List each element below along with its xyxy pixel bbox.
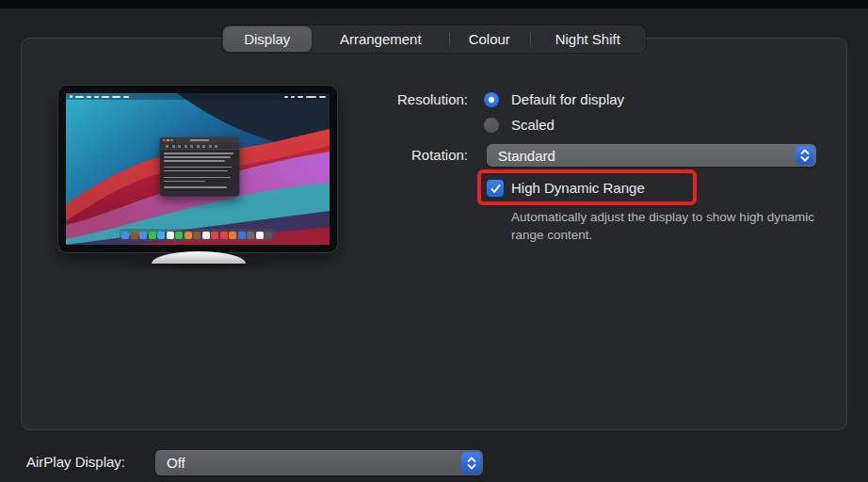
traffic-light-zoom-icon [170,139,173,142]
text-line [164,153,233,154]
traffic-light-minimize-icon [167,139,169,142]
dock-app-icon [247,232,254,239]
dock-app-icon [131,232,138,239]
toolbar-icon [215,145,217,148]
airplay-display-label: AirPlay Display: [26,454,125,471]
screen-top-edge [0,0,868,8]
dock-app-icon [149,232,156,239]
hdr-highlight-box [477,169,697,205]
radio-default-for-display[interactable] [484,92,499,107]
dock-app-icon [185,232,192,239]
preview-window [160,137,239,196]
chevron-up-down-icon [796,146,814,165]
dock-app-icon [193,232,201,239]
preview-window-text [160,150,239,188]
toolbar-icon [178,145,181,148]
dock-app-icon [139,232,147,239]
radio-scaled[interactable] [484,118,499,133]
chevron-up-down-icon [461,452,481,474]
text-line [164,170,228,172]
menu-item-mark [75,96,84,98]
radio-scaled-label[interactable]: Scaled [511,117,555,134]
tab-label: Night Shift [555,31,620,47]
menu-item-mark [87,96,91,98]
toolbar-icon [209,145,212,148]
toolbar-icon [185,145,187,148]
toolbar-icon [172,145,175,148]
menu-item-mark [94,96,99,98]
menu-item-mark [297,96,303,98]
dock-app-icon [229,232,236,239]
dock-app-icon [167,232,174,239]
dock-app-icon [175,232,183,239]
system-preferences-displays-window: { "tabs": { "items": [ { "label": "Displ… [0,0,868,482]
menu-item-mark [123,96,129,98]
display-stand-base [152,251,246,264]
display-stand [152,251,246,264]
text-line [164,167,232,169]
preview-status-icons [284,96,326,98]
rotation-label: Rotation: [336,147,468,164]
resolution-label: Resolution: [336,91,468,108]
display-screen [66,93,330,245]
menu-item-mark [284,96,288,98]
tab-arrangement[interactable]: Arrangement [313,25,449,53]
text-line [164,160,225,162]
display-preview [58,86,337,252]
dock-app-icon [121,232,129,239]
dock-app-icon [202,232,210,239]
tab-display[interactable]: Display [223,26,312,52]
tab-divider [530,32,531,46]
dock-app-icon [256,232,264,239]
text-line [164,177,231,179]
airplay-value: Off [155,455,185,471]
preview-window-title [190,139,209,141]
toolbar-icon [202,145,205,148]
menu-item-mark [102,96,109,98]
menu-item-mark [112,96,121,98]
preview-window-titlebar [160,137,239,143]
tab-label: Colour [469,31,510,47]
radio-default-for-display-label[interactable]: Default for display [511,91,624,108]
text-line [164,186,227,188]
toolbar-icon [190,145,193,148]
toolbar-icon [166,145,169,148]
dock-app-icon [211,232,218,239]
traffic-light-close-icon [163,139,166,142]
tab-night-shift[interactable]: Night Shift [530,25,646,53]
airplay-display-dropdown[interactable]: Off [155,450,483,475]
menu-item-mark [291,96,295,98]
rotation-value: Standard [487,148,555,164]
text-line [164,181,205,183]
dock-app-icon [157,232,165,239]
tab-label: Display [244,31,290,47]
text-line [164,156,231,158]
tab-label: Arrangement [340,31,422,47]
hdr-description: Automatically adjust the display to show… [511,208,829,244]
tab-divider [449,32,450,46]
preview-dock [120,229,276,241]
menu-item-mark [319,96,326,98]
display-tab-bar: Display Arrangement Colour Night Shift [222,25,646,53]
menu-item-mark [306,96,316,98]
dock-app-icon [220,232,228,239]
dock-app-icon [238,232,246,239]
toolbar-icon [197,145,200,148]
tab-colour[interactable]: Colour [449,25,530,53]
rotation-dropdown[interactable]: Standard [487,144,816,167]
preview-menu-bar [66,93,330,100]
preview-menu-items [70,95,129,98]
dock-app-icon [265,232,272,239]
preview-window-toolbar [160,143,239,150]
apple-icon [70,95,72,98]
